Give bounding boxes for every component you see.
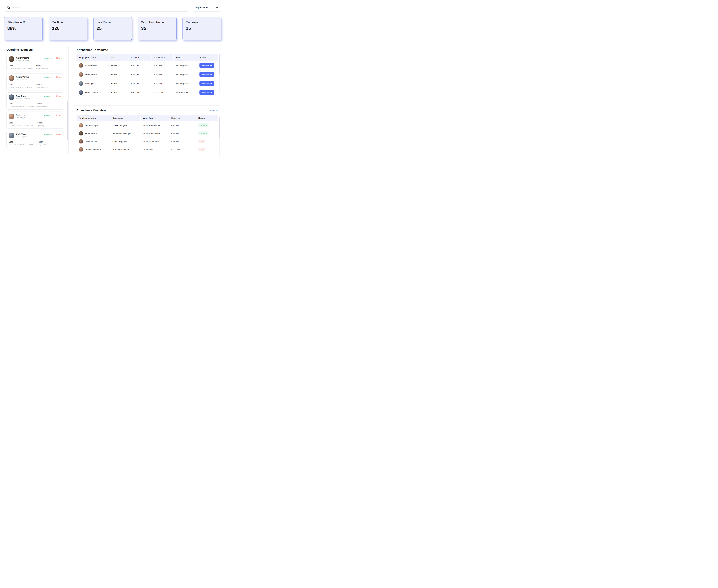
main-content: Overtime Requests Amit Sharma Software E… — [4, 45, 221, 156]
reject-button[interactable]: Reject — [56, 133, 62, 135]
approve-button[interactable]: Approve — [44, 76, 52, 78]
designation-cell: UI/UX Designer — [110, 122, 140, 128]
search-box[interactable] — [4, 4, 188, 12]
avatar — [79, 72, 83, 77]
employee-name: Neha Iyer — [16, 114, 42, 116]
approve-button[interactable]: Approve — [44, 94, 52, 97]
avatar — [79, 131, 83, 135]
reject-button[interactable]: Reject — [56, 56, 62, 59]
status-badge: On Time — [198, 123, 208, 127]
table-row: Sneha Mehta 13-03-2024 5:30 PM 11:00 PM … — [77, 88, 218, 97]
avatar — [79, 139, 83, 144]
check-icon — [210, 64, 212, 67]
employee-name: Neha Iyer — [85, 82, 94, 85]
reject-button[interactable]: Reject — [56, 113, 62, 117]
reason-value: Bug Fixing — [36, 125, 62, 127]
date-cell: 13-03-2024 — [107, 89, 128, 96]
validate-scrollbar — [219, 54, 220, 93]
date-label: Date — [8, 141, 35, 143]
validate-button[interactable]: Validate — [200, 81, 214, 86]
reason-value: Client Revisions — [36, 87, 62, 88]
stats-row: Attendance % 86% On Time 120 Late Come 2… — [4, 17, 221, 40]
column-header: Date — [107, 54, 128, 61]
validate-label: Validate — [202, 91, 209, 94]
scrollbar-thumb[interactable] — [219, 54, 220, 74]
panel-title: Attendance Overview — [77, 109, 106, 112]
attendance-dashboard: Department Attendance % 86% On Time 120 … — [0, 0, 225, 160]
column-header: Employees Name — [77, 115, 110, 121]
date-value: 14 Mar, Tues (6:15 PM - 9:15 PM) — [8, 125, 35, 127]
scrollbar-thumb[interactable] — [67, 101, 68, 140]
avatar — [79, 123, 83, 127]
date-value: 10 Mar, Sat (5:30 PM - 8:30 PM) — [8, 87, 35, 88]
date-label: Date — [8, 64, 35, 67]
avatar — [8, 113, 14, 119]
employee-name: Alok Tiwari — [16, 133, 42, 135]
stat-label: On Time — [52, 21, 84, 24]
check-out-cell: 6:20 PM — [152, 71, 173, 78]
stat-label: Work From Home — [141, 21, 173, 24]
department-dropdown[interactable]: Department — [192, 4, 221, 12]
department-label: Department — [195, 6, 208, 9]
employee-name: Kunal Verma — [85, 132, 97, 135]
approve-button[interactable]: Approve — [44, 56, 52, 59]
reason-label: Reason — [36, 103, 62, 105]
designation-cell: Backend Developer — [110, 130, 140, 136]
column-header: Status — [196, 115, 218, 121]
validate-button[interactable]: Validate — [200, 72, 214, 77]
attendance-to-validate-panel: Attendance To Validate Employees Name Da… — [73, 45, 221, 100]
right-column: Attendance To Validate Employees Name Da… — [73, 45, 221, 156]
table-row: Neha Iyer 13-03-2024 9:45 AM 6:40 PM Mor… — [77, 79, 218, 88]
designation-cell: Cloud Engineer — [110, 139, 140, 145]
shift-cell: Morning Shift — [173, 62, 197, 68]
check-in-cell: 9:30 AM — [168, 122, 196, 128]
panel-title: Attendance To Validate — [77, 48, 218, 52]
check-in-cell: 9:25 AM — [129, 71, 151, 78]
stat-label: Attendance % — [7, 21, 39, 24]
check-in-cell: 5:30 PM — [129, 89, 151, 96]
reject-button[interactable]: Reject — [56, 94, 62, 97]
column-header: Action — [197, 54, 218, 61]
check-in-cell: 9:30 AM — [129, 62, 151, 68]
overtime-requests-panel: Overtime Requests Amit Sharma Software E… — [4, 45, 69, 155]
view-all-link[interactable]: View all — [210, 109, 218, 112]
column-header: Check-In — [129, 54, 151, 61]
reason-label: Reason — [36, 141, 62, 143]
panel-title: Overtime Requests — [6, 48, 66, 51]
stat-label: Late Come — [97, 21, 129, 24]
stat-label: On Leave — [186, 21, 218, 24]
validate-button[interactable]: Validate — [200, 90, 214, 95]
avatar — [8, 94, 14, 100]
chevron-down-icon — [216, 7, 218, 8]
stat-card-on-leave: On Leave 15 — [183, 17, 221, 40]
work-type-cell: Work From Home — [141, 122, 168, 128]
scrollbar-thumb[interactable] — [219, 117, 220, 139]
date-value: 12 Mar, Mon (6:00 PM - 9:00 PM) — [8, 68, 35, 69]
approve-button[interactable]: Approve — [44, 113, 52, 117]
reject-button[interactable]: Reject — [56, 76, 62, 78]
avatar — [79, 147, 83, 152]
stat-value: 15 — [186, 26, 218, 31]
employee-name: Devansh Iyer — [85, 140, 98, 143]
table-row: Priya Deshmukh Product Manager Workation… — [77, 145, 218, 153]
employee-name: Sneha Mehta — [85, 91, 98, 94]
status-badge: On Time — [198, 131, 208, 135]
check-in-cell: 9:45 AM — [168, 139, 196, 145]
reason-label: Reason — [36, 64, 62, 67]
table-row: Vikram Singh UI/UX Designer Work From Ho… — [77, 121, 218, 129]
stat-card-late-come: Late Come 25 — [93, 17, 132, 40]
date-label: Date — [8, 103, 35, 105]
work-type-cell: Work From Office — [141, 130, 168, 136]
stat-card-on-time: On Time 120 — [49, 17, 87, 40]
top-bar: Department — [4, 4, 221, 12]
avatar — [79, 81, 83, 86]
validate-button[interactable]: Validate — [200, 63, 214, 68]
table-row: Sarah Brown 13-03-2024 9:30 AM 6:30 PM M… — [77, 61, 218, 70]
search-input[interactable] — [12, 6, 186, 9]
approve-button[interactable]: Approve — [44, 133, 52, 135]
date-cell: 13-03-2024 — [107, 80, 128, 87]
employee-name: Amit Sharma — [16, 57, 42, 59]
work-type-cell: Work from Office — [141, 139, 168, 145]
column-header: Shift — [173, 54, 197, 61]
overtime-request-card: Amit Sharma Software Engineer Approve Re… — [6, 54, 64, 71]
